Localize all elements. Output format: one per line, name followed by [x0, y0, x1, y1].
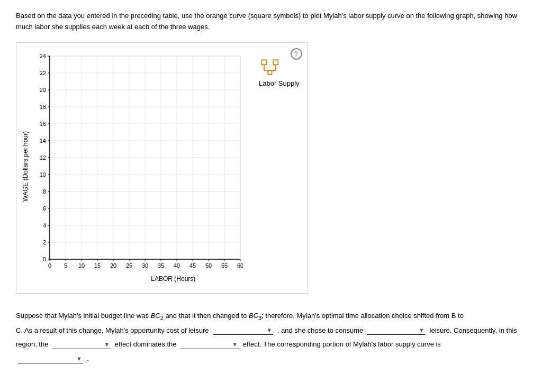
svg-text:16: 16 [40, 121, 46, 127]
help-icon[interactable]: ? [291, 48, 302, 60]
svg-text:6: 6 [43, 205, 46, 212]
svg-text:5: 5 [64, 262, 67, 269]
svg-text:8: 8 [43, 188, 46, 195]
instructions-text: Based on the data you entered in the pre… [16, 11, 524, 33]
svg-text:30: 30 [142, 262, 148, 269]
select-curve-shape[interactable]: upward sloping downward sloping vertical… [18, 355, 83, 363]
svg-text:18: 18 [40, 104, 46, 110]
select-opportunity-cost[interactable]: increased decreased stayed the same ▼ [213, 326, 273, 335]
svg-text:2: 2 [43, 239, 46, 245]
chart-inner: 0 2 4 6 8 10 12 14 16 [31, 51, 300, 282]
dropdown-arrow-3: ▼ [104, 339, 110, 350]
select-dominated[interactable]: income substitution wealth ▼ [180, 341, 239, 349]
svg-text:0: 0 [43, 256, 46, 262]
svg-text:20: 20 [40, 87, 46, 93]
bottom-line-1: Suppose that Mylah's initial budget line… [16, 309, 526, 323]
legend-symbol-svg [259, 56, 280, 77]
svg-text:12: 12 [40, 154, 46, 161]
plot-and-legend: 0 2 4 6 8 10 12 14 16 [31, 51, 300, 273]
opportunity-cost-dropdown[interactable]: increased decreased stayed the same [213, 326, 273, 334]
svg-text:25: 25 [126, 262, 132, 269]
svg-text:60: 60 [237, 262, 243, 269]
dominated-dropdown[interactable]: income substitution wealth [180, 341, 228, 349]
svg-text:14: 14 [40, 138, 46, 144]
svg-text:4: 4 [43, 222, 46, 229]
svg-text:0: 0 [48, 262, 51, 269]
y-axis-label: WAGE (Dollars per hour) [22, 131, 29, 202]
bottom-line-3: region, the income substitution wealth ▼… [16, 338, 526, 351]
dropdown-arrow-4: ▼ [232, 339, 238, 350]
svg-text:10: 10 [78, 262, 85, 269]
dropdown-arrow-2: ▼ [419, 325, 424, 336]
svg-text:50: 50 [205, 262, 212, 269]
select-dominates[interactable]: income substitution wealth ▼ [52, 341, 111, 349]
svg-rect-86 [268, 70, 272, 74]
select-consume[interactable]: more less ▼ [367, 326, 426, 335]
svg-text:24: 24 [40, 53, 46, 59]
graph-container: ? WAGE (Dollars per hour) [16, 42, 308, 294]
svg-rect-82 [273, 60, 278, 65]
svg-rect-81 [261, 60, 266, 65]
legend-label: Labor Supply [259, 79, 300, 87]
consume-dropdown[interactable]: more less [367, 326, 415, 334]
svg-text:22: 22 [40, 70, 46, 76]
svg-text:45: 45 [189, 262, 196, 269]
svg-text:15: 15 [94, 262, 101, 269]
dominates-dropdown[interactable]: income substitution wealth [52, 341, 100, 349]
svg-text:10: 10 [40, 171, 46, 178]
x-axis-label: LABOR (Hours) [47, 275, 300, 282]
bottom-text: Suppose that Mylah's initial budget line… [16, 309, 526, 366]
svg-text:20: 20 [110, 262, 116, 269]
bottom-line-4: upward sloping downward sloping vertical… [16, 352, 526, 366]
chart-svg: 0 2 4 6 8 10 12 14 16 [31, 51, 243, 273]
chart-area: WAGE (Dollars per hour) [22, 51, 300, 282]
svg-text:40: 40 [174, 262, 180, 269]
curve-shape-dropdown[interactable]: upward sloping downward sloping vertical… [18, 355, 83, 363]
svg-text:35: 35 [158, 262, 164, 269]
svg-text:55: 55 [221, 262, 228, 269]
bottom-line-2: C. As a result of this change, Mylah's o… [16, 324, 526, 338]
legend: Labor Supply [259, 56, 300, 87]
